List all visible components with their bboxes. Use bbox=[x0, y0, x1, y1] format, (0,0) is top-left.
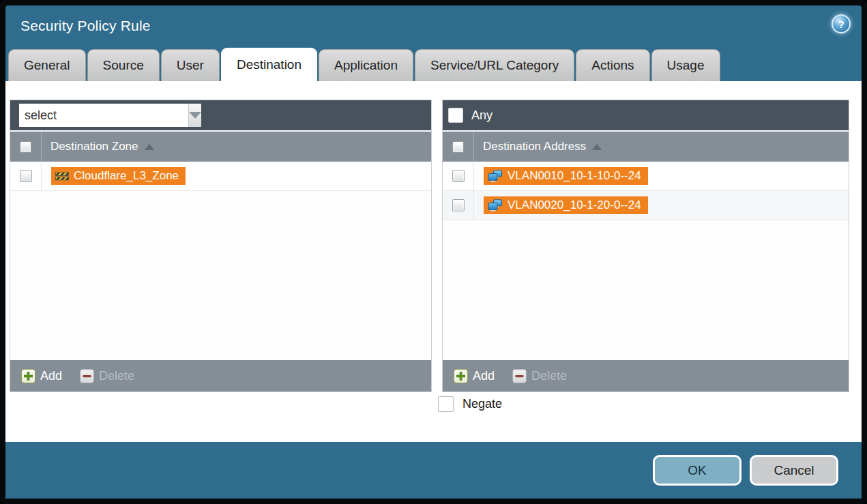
destination-zone-panel: Destination Zone bbox=[10, 100, 432, 392]
add-plus-icon bbox=[21, 369, 35, 383]
negate-label: Negate bbox=[462, 397, 502, 411]
delete-minus-icon bbox=[80, 369, 94, 383]
any-checkbox[interactable] bbox=[448, 108, 463, 123]
address-row: VLAN0010_10-1-10-0--24 bbox=[443, 162, 849, 191]
address-row-checkbox[interactable] bbox=[452, 199, 465, 211]
address-delete-button[interactable]: Delete bbox=[512, 369, 567, 383]
cancel-button[interactable]: Cancel bbox=[750, 455, 838, 486]
address-select-all-checkbox[interactable] bbox=[452, 141, 464, 153]
tab-user[interactable]: User bbox=[161, 49, 220, 81]
tab-bar: General Source User Destination Applicat… bbox=[8, 48, 862, 81]
tab-actions[interactable]: Actions bbox=[576, 49, 649, 81]
tab-source[interactable]: Source bbox=[87, 49, 160, 81]
address-icon bbox=[488, 199, 503, 211]
address-row: VLAN0020_10-1-20-0--24 bbox=[443, 191, 849, 220]
any-label: Any bbox=[471, 108, 493, 123]
add-plus-icon bbox=[454, 369, 468, 383]
tab-usage[interactable]: Usage bbox=[651, 49, 720, 81]
zone-row: Cloudflare_L3_Zone bbox=[10, 162, 431, 191]
address-delete-label: Delete bbox=[531, 369, 567, 383]
tab-service-url-category[interactable]: Service/URL Category bbox=[415, 49, 574, 81]
address-item-label: VLAN0020_10-1-20-0--24 bbox=[508, 198, 641, 212]
address-column-header: Destination Address bbox=[443, 130, 849, 162]
zone-column-label: Destination Zone bbox=[42, 140, 138, 153]
zone-panel-footer: Add Delete bbox=[10, 360, 431, 391]
address-add-button[interactable]: Add bbox=[454, 369, 495, 383]
dialog-footer: OK Cancel bbox=[5, 442, 862, 499]
zone-select-input[interactable] bbox=[19, 104, 188, 127]
dialog-title: Security Policy Rule bbox=[20, 18, 151, 34]
chevron-down-icon bbox=[189, 112, 201, 119]
negate-checkbox[interactable] bbox=[438, 396, 454, 412]
zone-list: Cloudflare_L3_Zone bbox=[10, 162, 431, 360]
tab-destination[interactable]: Destination bbox=[221, 48, 317, 81]
zone-add-button[interactable]: Add bbox=[21, 369, 62, 383]
help-icon[interactable]: ? bbox=[832, 14, 851, 33]
zone-column-sort[interactable]: Destination Zone bbox=[42, 140, 154, 153]
address-add-label: Add bbox=[473, 369, 495, 383]
address-item[interactable]: VLAN0010_10-1-10-0--24 bbox=[484, 167, 648, 185]
zone-row-checkbox[interactable] bbox=[20, 170, 32, 182]
zone-select-all-checkbox[interactable] bbox=[20, 141, 31, 153]
zone-delete-button[interactable]: Delete bbox=[80, 369, 134, 383]
zone-select-combo bbox=[19, 104, 199, 127]
screen: Security Policy Rule ? General Source Us… bbox=[0, 0, 867, 504]
zone-delete-label: Delete bbox=[99, 369, 134, 383]
zone-column-header: Destination Zone bbox=[10, 130, 431, 162]
zone-select-dropdown-button[interactable] bbox=[188, 104, 201, 127]
security-policy-rule-dialog: Security Policy Rule ? General Source Us… bbox=[5, 5, 862, 499]
destination-tab-content: Destination Zone bbox=[5, 81, 862, 442]
tab-application[interactable]: Application bbox=[319, 49, 413, 81]
help-glyph: ? bbox=[838, 18, 844, 30]
address-column-label: Destination Address bbox=[474, 140, 586, 153]
negate-row: Negate bbox=[438, 396, 502, 412]
zone-item-label: Cloudflare_L3_Zone bbox=[74, 169, 179, 183]
destination-address-panel: Any Destination Address bbox=[442, 100, 849, 392]
address-item-label: VLAN0010_10-1-10-0--24 bbox=[508, 169, 641, 183]
sort-ascending-icon bbox=[145, 144, 154, 150]
address-icon bbox=[488, 170, 503, 182]
zone-add-label: Add bbox=[40, 369, 62, 383]
zone-panel-toolbar bbox=[10, 100, 431, 130]
zone-item[interactable]: Cloudflare_L3_Zone bbox=[51, 167, 186, 185]
address-column-sort[interactable]: Destination Address bbox=[474, 140, 602, 153]
tab-general[interactable]: General bbox=[8, 49, 86, 81]
address-panel-toolbar: Any bbox=[443, 100, 849, 130]
zone-icon bbox=[55, 171, 69, 181]
address-item[interactable]: VLAN0020_10-1-20-0--24 bbox=[484, 196, 648, 214]
ok-button[interactable]: OK bbox=[653, 455, 741, 486]
address-list: VLAN0010_10-1-10-0--24 bbox=[443, 162, 849, 360]
address-row-checkbox[interactable] bbox=[452, 170, 465, 182]
titlebar: Security Policy Rule ? bbox=[5, 5, 862, 46]
delete-minus-icon bbox=[512, 369, 527, 383]
sort-ascending-icon bbox=[592, 144, 602, 150]
address-panel-footer: Add Delete bbox=[443, 360, 849, 391]
